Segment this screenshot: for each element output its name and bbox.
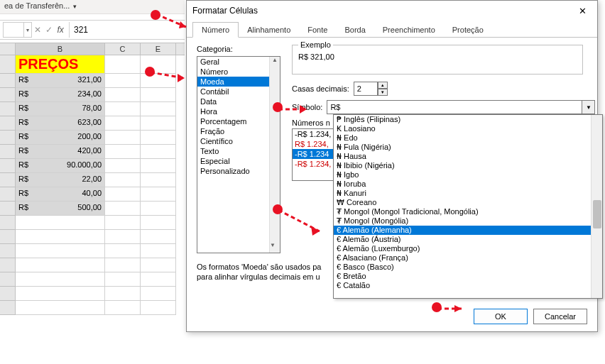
dialog-launcher-icon[interactable]: ▾ <box>73 3 77 10</box>
neg-format-item[interactable]: -R$ 1.234, <box>293 159 334 169</box>
symbol-option[interactable]: ₦ Edo <box>334 133 602 143</box>
cell[interactable] <box>16 287 105 301</box>
symbol-option[interactable]: ₦ Hausa <box>334 152 602 161</box>
name-box[interactable] <box>3 22 24 38</box>
name-box-dropdown[interactable]: ▾ <box>24 22 32 38</box>
cell[interactable] <box>16 230 105 244</box>
accept-formula-icon[interactable]: ✓ <box>43 25 55 35</box>
symbol-option[interactable]: ₮ Mongol (Mongol Tradicional, Mongólia) <box>334 207 602 216</box>
decimals-input[interactable] <box>354 82 378 96</box>
cell[interactable] <box>105 55 141 74</box>
cell[interactable] <box>105 287 141 301</box>
row-header[interactable] <box>0 216 16 230</box>
cell[interactable] <box>105 173 141 187</box>
currency-cell[interactable]: R$500,00 <box>16 202 105 216</box>
row-header[interactable] <box>0 244 16 258</box>
cell[interactable] <box>105 131 141 145</box>
category-item[interactable]: Personalizado <box>197 166 280 176</box>
tab-proteção[interactable]: Proteção <box>444 23 492 37</box>
symbol-option[interactable]: ₱ Inglês (Filipinas) <box>334 115 602 124</box>
category-item[interactable]: Hora <box>197 106 280 116</box>
row-header[interactable] <box>0 74 16 88</box>
cell[interactable] <box>105 244 141 258</box>
ok-button[interactable]: OK <box>474 309 528 324</box>
category-item[interactable]: Científico <box>197 136 280 146</box>
row-header[interactable] <box>0 301 16 315</box>
col-header-b[interactable]: B <box>16 43 105 55</box>
symbol-option[interactable]: ₩ Coreano <box>334 198 602 207</box>
cancel-button[interactable]: Cancelar <box>533 309 587 324</box>
category-item[interactable]: Número <box>197 67 280 77</box>
row-header[interactable] <box>0 230 16 244</box>
cell[interactable] <box>141 287 176 301</box>
cell[interactable] <box>105 116 141 131</box>
cell[interactable] <box>105 216 141 230</box>
cell[interactable] <box>141 244 176 258</box>
category-item[interactable]: Data <box>197 96 280 106</box>
category-item[interactable]: Contábil <box>197 87 280 96</box>
cell[interactable] <box>105 145 141 159</box>
symbol-option[interactable]: € Alemão (Luxemburgo) <box>334 244 602 253</box>
row-header[interactable] <box>0 173 16 187</box>
category-item[interactable]: Texto <box>197 146 280 156</box>
cell[interactable] <box>105 230 141 244</box>
cell[interactable] <box>141 272 176 287</box>
row-header[interactable] <box>0 258 16 272</box>
currency-cell[interactable]: R$40,00 <box>16 187 105 202</box>
close-button[interactable]: ✕ <box>567 1 597 21</box>
currency-cell[interactable]: R$420,00 <box>16 145 105 159</box>
negative-numbers-list[interactable]: -R$ 1.234,R$ 1.234,-R$ 1.234-R$ 1.234, <box>292 128 334 181</box>
cell[interactable] <box>141 88 176 102</box>
neg-format-item[interactable]: -R$ 1.234 <box>293 149 334 159</box>
cell[interactable] <box>16 244 105 258</box>
row-header[interactable] <box>0 116 16 131</box>
cell[interactable] <box>105 258 141 272</box>
symbol-option[interactable]: ₦ Ioruba <box>334 180 602 189</box>
row-header[interactable] <box>0 131 16 145</box>
category-item[interactable]: Especial <box>197 156 280 166</box>
cell[interactable] <box>105 301 141 315</box>
symbol-option[interactable]: ₦ Igbo <box>334 170 602 180</box>
cell[interactable] <box>141 187 176 202</box>
currency-cell[interactable]: R$78,00 <box>16 102 105 116</box>
cell[interactable] <box>141 116 176 131</box>
neg-format-item[interactable]: -R$ 1.234, <box>293 129 334 139</box>
currency-cell[interactable]: R$200,00 <box>16 131 105 145</box>
currency-cell[interactable]: R$90.000,00 <box>16 159 105 173</box>
symbol-option[interactable]: ₦ Ibibio (Nigéria) <box>334 161 602 170</box>
cell[interactable] <box>141 145 176 159</box>
cell[interactable] <box>105 102 141 116</box>
cell[interactable] <box>141 173 176 187</box>
col-header-e[interactable]: E <box>141 43 176 55</box>
tab-número[interactable]: Número <box>192 22 239 38</box>
cell[interactable] <box>105 272 141 287</box>
row-header[interactable] <box>0 272 16 287</box>
symbol-option[interactable]: € Alemão (Alemanha) <box>334 226 602 235</box>
cell[interactable] <box>105 159 141 173</box>
category-list[interactable]: GeralNúmeroMoedaContábilDataHoraPorcenta… <box>197 56 280 253</box>
cell[interactable] <box>141 102 176 116</box>
cell[interactable] <box>16 301 105 315</box>
cell[interactable] <box>105 74 141 88</box>
scrollbar[interactable] <box>591 115 602 298</box>
currency-cell[interactable]: R$22,00 <box>16 173 105 187</box>
row-header[interactable] <box>0 145 16 159</box>
spin-up-icon[interactable]: ▲ <box>378 82 388 89</box>
row-header[interactable] <box>0 55 16 74</box>
title-cell[interactable]: PREÇOS <box>16 55 105 74</box>
cell[interactable] <box>105 187 141 202</box>
decimals-spinner[interactable]: ▲▼ <box>354 82 388 96</box>
cell[interactable] <box>16 272 105 287</box>
tab-borda[interactable]: Borda <box>336 23 374 37</box>
cell[interactable] <box>141 202 176 216</box>
symbol-option[interactable]: ₮ Mongol (Mongólia) <box>334 216 602 226</box>
tab-alinhamento[interactable]: Alinhamento <box>239 23 299 37</box>
fx-icon[interactable]: fx <box>55 25 66 35</box>
scroll-thumb[interactable] <box>593 200 601 228</box>
cell[interactable] <box>141 131 176 145</box>
cell[interactable] <box>105 88 141 102</box>
category-item[interactable]: Geral <box>197 57 280 67</box>
cell[interactable] <box>16 216 105 230</box>
symbol-option[interactable]: € Catalão <box>334 281 602 290</box>
cell[interactable] <box>141 301 176 315</box>
